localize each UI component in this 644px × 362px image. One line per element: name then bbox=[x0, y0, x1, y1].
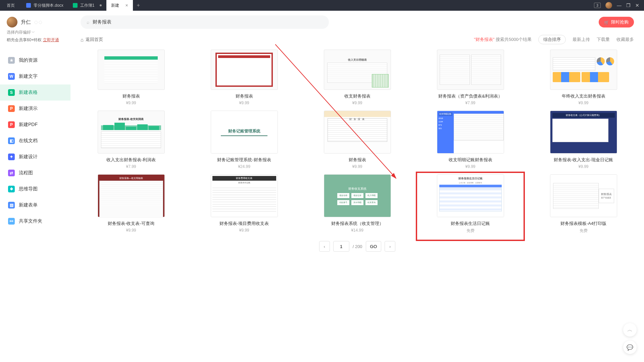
template-card[interactable]: 财务报表 ¥9.99 bbox=[194, 50, 295, 105]
template-thumbnail bbox=[437, 50, 504, 90]
nav-icon: S bbox=[8, 89, 15, 96]
nav-label: 新建PDF bbox=[19, 122, 38, 128]
new-tab-button[interactable]: + bbox=[133, 2, 144, 8]
template-price: ¥7.99 bbox=[465, 101, 475, 105]
sidebar-item-7[interactable]: ⇄流程图 bbox=[0, 165, 70, 181]
template-card[interactable]: 财 务 报 表 财务报表 ¥9.99 bbox=[307, 111, 408, 169]
sidebar-item-5[interactable]: ◧在线文档 bbox=[0, 133, 70, 149]
word-icon bbox=[26, 3, 31, 8]
search-input[interactable] bbox=[93, 19, 323, 25]
template-card[interactable]: 财务报表资产负债表 财务报表模板-A4打印版 免费 bbox=[533, 174, 634, 234]
sort-favorites[interactable]: 收藏最多 bbox=[616, 37, 634, 43]
sidebar-nav: ★我的资源W新建文字S新建表格P新建演示P新建PDF◧在线文档✦新建设计⇄流程图… bbox=[0, 50, 70, 229]
template-card[interactable]: 财务报表-收支利润表 收入支出财务报表-利润表 ¥7.99 bbox=[81, 111, 182, 169]
template-price: ¥9.99 bbox=[239, 101, 249, 105]
template-card[interactable]: 财务记账管理系统 财务记账管理系统-财务报表 ¥24.99 bbox=[194, 111, 295, 169]
nav-label: 新建演示 bbox=[19, 106, 38, 112]
cart-icon bbox=[604, 20, 609, 25]
nav-icon: P bbox=[8, 121, 15, 128]
nav-icon: ★ bbox=[8, 57, 15, 64]
sidebar-item-9[interactable]: ▤新建表单 bbox=[0, 197, 70, 213]
tab-new[interactable]: 新建 × bbox=[106, 0, 133, 11]
template-thumbnail: 财务收支系统项目名称项目记录收入明细付款单号支出明细收支查询 bbox=[324, 174, 391, 217]
sidebar-item-1[interactable]: W新建文字 bbox=[0, 68, 70, 84]
template-price: ¥9.99 bbox=[352, 101, 362, 105]
minimize-icon[interactable]: — bbox=[617, 3, 622, 8]
sidebar-item-3[interactable]: P新建演示 bbox=[0, 101, 70, 117]
template-card[interactable]: 财务费用收支表财务支出记账 财务报表-项目费用收支表 ¥9.99 bbox=[194, 174, 295, 234]
username: 升仁 bbox=[21, 19, 31, 25]
template-thumbnail: 财务报表生活日记账公式计算 · 全面清晰 · 日期查询 bbox=[437, 174, 504, 217]
nav-icon: ▤ bbox=[8, 202, 15, 208]
template-price: ¥24.99 bbox=[238, 164, 250, 169]
tab-label: 工作簿1 bbox=[80, 3, 95, 8]
template-card[interactable]: 收入支出明细表 收支财务报表 ¥9.99 bbox=[307, 50, 408, 105]
template-card[interactable]: 财务报表—收支明细表 财务报表-收支表-可查询 ¥9.99 bbox=[81, 174, 182, 234]
template-thumbnail: 财务报表-收支利润表 bbox=[98, 111, 165, 154]
chevron-down-icon: ﹀ bbox=[32, 31, 35, 34]
maximize-icon[interactable]: ❐ bbox=[626, 3, 631, 8]
template-thumbnail: 财务记账管理系统 bbox=[211, 111, 278, 154]
template-title: 财务报表模板-A4打印版 bbox=[560, 221, 606, 227]
template-card[interactable]: 财务报表生活日记账公式计算 · 全面清晰 · 日期查询 财务报表生活日记账 免费 bbox=[420, 174, 521, 234]
nav-label: 新建表格 bbox=[19, 89, 38, 96]
avatar-icon[interactable] bbox=[605, 2, 612, 9]
sidebar-item-8[interactable]: ❖思维导图 bbox=[0, 181, 70, 197]
user-block[interactable]: 升仁 ◌ ◌ bbox=[0, 17, 70, 29]
template-title: 收支明细记账财务报表 bbox=[449, 157, 492, 163]
search-box[interactable]: ⌕ bbox=[81, 15, 329, 29]
sidebar-item-10[interactable]: ⚯共享文件夹 bbox=[0, 213, 70, 229]
go-button[interactable]: GO bbox=[366, 241, 382, 252]
tab-workbook[interactable]: 工作簿1 bbox=[68, 0, 107, 11]
template-price: ¥9.99 bbox=[578, 101, 588, 105]
template-title: 财务记账管理系统-财务报表 bbox=[217, 157, 271, 163]
template-card[interactable]: 财务报表 ¥9.99 bbox=[81, 50, 182, 105]
sidebar-item-6[interactable]: ✦新建设计 bbox=[0, 149, 70, 165]
template-thumbnail: 收支明细记账20181194873321 bbox=[437, 111, 504, 154]
template-card[interactable]: 财务收支表（公式计算日期查询） 财务报表-收入支出-现金日记账 ¥9.99 bbox=[533, 111, 634, 169]
nav-label: 我的资源 bbox=[19, 57, 38, 63]
tab-label: 新建 bbox=[111, 3, 119, 8]
template-price: 免费 bbox=[580, 228, 588, 234]
template-title: 财务报表 bbox=[122, 93, 140, 99]
nav-label: 新建设计 bbox=[19, 154, 38, 160]
template-card[interactable]: 收支明细记账20181194873321 收支明细记账财务报表 ¥9.99 bbox=[420, 111, 521, 169]
next-page-button[interactable]: › bbox=[385, 241, 395, 252]
sort-downloads[interactable]: 下载量 bbox=[597, 37, 610, 43]
template-price: ¥9.99 bbox=[126, 228, 136, 233]
nav-label: 流程图 bbox=[19, 170, 33, 176]
back-home-link[interactable]: 返回首页 bbox=[81, 37, 103, 43]
template-title: 财务报表-收支表-可查询 bbox=[108, 221, 154, 227]
template-card[interactable]: 财务收支系统项目名称项目记录收入明细付款单号支出明细收支查询 财务报表系统（收支… bbox=[307, 174, 408, 234]
close-icon[interactable]: × bbox=[125, 3, 128, 8]
tab-doc[interactable]: 零分猫脚本.docx bbox=[21, 0, 68, 11]
template-price: 免费 bbox=[466, 228, 475, 234]
template-card[interactable]: 财务报表（资产负债表&利润表） ¥7.99 bbox=[420, 50, 521, 105]
nav-icon: ⇄ bbox=[8, 170, 15, 176]
sidebar-item-2[interactable]: S新建表格 bbox=[0, 84, 70, 101]
template-thumbnail: 财务报表—收支明细表 bbox=[98, 174, 165, 217]
prev-page-button[interactable]: ‹ bbox=[319, 241, 330, 252]
template-title: 财务报表生活日记账 bbox=[451, 221, 490, 227]
sort-pill[interactable]: 综合排序 bbox=[538, 35, 566, 44]
sort-newest[interactable]: 最新上传 bbox=[573, 37, 590, 43]
unsaved-dot-icon bbox=[100, 4, 102, 6]
avatar-icon bbox=[7, 17, 17, 27]
tab-count-badge[interactable]: 3 bbox=[594, 3, 601, 8]
preference-link[interactable]: 选择内容偏好﹀ bbox=[0, 29, 70, 35]
scroll-top-button[interactable]: ︿ bbox=[623, 323, 637, 337]
nav-icon: W bbox=[8, 73, 15, 80]
template-price: ¥14.99 bbox=[351, 228, 363, 233]
sidebar-item-0[interactable]: ★我的资源 bbox=[0, 52, 70, 68]
feedback-button[interactable]: 💬 bbox=[623, 341, 637, 354]
template-title: 财务报表系统（收支管理） bbox=[331, 221, 384, 227]
template-card[interactable]: 年终收入支出财务报表 ¥9.99 bbox=[533, 50, 634, 105]
sidebar-item-4[interactable]: P新建PDF bbox=[0, 117, 70, 133]
page-input[interactable] bbox=[333, 241, 349, 252]
sheet-icon bbox=[73, 3, 78, 8]
template-title: 收入支出财务报表-利润表 bbox=[106, 157, 156, 163]
tab-home[interactable]: 首页 bbox=[0, 0, 21, 11]
flash-sale-button[interactable]: 限时抢购 bbox=[599, 17, 634, 27]
close-window-icon[interactable]: ✕ bbox=[635, 3, 639, 8]
promo-link[interactable]: 立即开通 bbox=[43, 38, 59, 42]
